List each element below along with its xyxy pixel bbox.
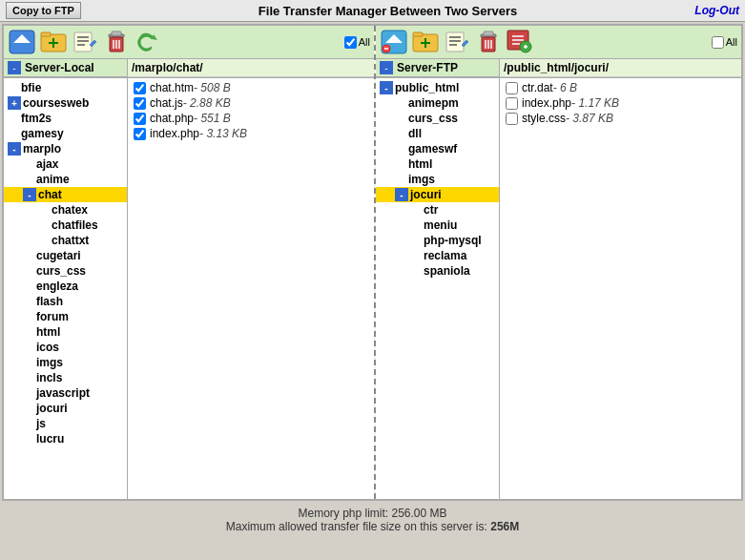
tree-item-label: cugetari	[36, 249, 81, 262]
tree-item-label: meniu	[424, 218, 457, 232]
left-refresh-icon[interactable]	[134, 29, 162, 55]
left-server-label-row: - Server-Local	[4, 59, 128, 77]
tree-item[interactable]: reclama	[376, 248, 499, 263]
tree-item[interactable]: curs_css	[4, 263, 127, 279]
file-checkbox[interactable]	[506, 97, 518, 110]
logout-link[interactable]: Log-Out	[694, 4, 739, 17]
tree-item[interactable]: animepm	[376, 95, 499, 111]
tree-item[interactable]: php-mysql	[376, 233, 499, 248]
file-checkbox[interactable]	[506, 82, 518, 94]
file-name: ctr.dat	[522, 81, 553, 94]
left-edit-icon[interactable]	[71, 29, 99, 55]
tree-item[interactable]: -marplo	[4, 141, 127, 156]
tree-item[interactable]: ajax	[4, 156, 127, 172]
tree-item[interactable]: gameswf	[376, 141, 499, 156]
left-delete-icon[interactable]	[102, 29, 131, 55]
tree-item[interactable]: html	[376, 156, 499, 172]
tree-item-label: bfie	[21, 81, 41, 94]
tree-item[interactable]: chatex	[4, 202, 127, 218]
tree-item[interactable]: gamesy	[4, 126, 127, 141]
tree-item[interactable]: -chat	[4, 187, 127, 202]
tree-item-label: marplo	[23, 142, 61, 156]
left-all-check[interactable]	[344, 36, 357, 49]
tree-item[interactable]: imgs	[4, 355, 127, 370]
tree-toggle[interactable]: -	[380, 81, 393, 94]
tree-item[interactable]: curs_css	[376, 111, 499, 126]
right-delete-icon[interactable]	[474, 29, 503, 55]
main-container: All - Server-Local /marplo/chat/ bfie+co…	[2, 24, 743, 501]
tree-item-label: ajax	[36, 157, 58, 171]
right-edit-icon[interactable]	[443, 29, 471, 55]
tree-item[interactable]: ctr	[376, 202, 499, 218]
right-tree-pane[interactable]: -public_htmlanimepmcurs_cssdllgameswfhtm…	[376, 78, 500, 499]
left-tree-pane[interactable]: bfie+courseswebftm2sgamesy-marploajaxani…	[4, 78, 128, 499]
file-checkbox[interactable]	[506, 113, 518, 125]
tree-item[interactable]: -public_html	[376, 80, 499, 95]
left-back-icon[interactable]	[8, 29, 36, 55]
tree-item[interactable]: jocuri	[4, 401, 127, 416]
tree-item[interactable]: +coursesweb	[4, 95, 127, 111]
right-panel: All - Server-FTP /public_html/jocuri/ -p…	[376, 26, 741, 499]
left-new-folder-icon[interactable]	[39, 29, 68, 55]
file-checkbox[interactable]	[134, 113, 146, 125]
tree-item[interactable]: meniu	[376, 218, 499, 233]
tree-item[interactable]: flash	[4, 294, 127, 309]
svg-rect-26	[446, 32, 464, 52]
right-refresh-icon[interactable]	[506, 29, 534, 55]
tree-toggle[interactable]: -	[23, 188, 36, 201]
tree-item-label: js	[36, 417, 46, 430]
tree-item-label: jocuri	[36, 402, 68, 415]
tree-item-label: chat	[38, 188, 62, 201]
file-name: index.php	[522, 96, 571, 110]
tree-item-label: chatfiles	[52, 218, 98, 232]
tree-item[interactable]: lucru	[4, 431, 127, 446]
tree-item[interactable]: dll	[376, 126, 499, 141]
file-checkbox[interactable]	[134, 82, 146, 94]
file-checkbox[interactable]	[134, 97, 146, 110]
status-line2-prefix: Maximum allowed transfer file size on th…	[226, 520, 490, 533]
file-item: index.php - 3.13 KB	[132, 126, 370, 141]
tree-item[interactable]: incls	[4, 370, 127, 385]
tree-item[interactable]: ftm2s	[4, 111, 127, 126]
right-all-checkbox[interactable]: All	[712, 36, 737, 49]
file-name: index.php	[150, 127, 199, 140]
right-new-folder-icon[interactable]	[411, 29, 440, 55]
tree-item[interactable]: cugetari	[4, 248, 127, 263]
tree-item[interactable]: javascript	[4, 385, 127, 401]
tree-toggle[interactable]: -	[8, 142, 21, 156]
right-files-pane: ctr.dat - 6 Bindex.php - 1.17 KBstyle.cs…	[500, 78, 741, 499]
left-server-minus[interactable]: -	[8, 61, 21, 74]
tree-item[interactable]: -jocuri	[376, 187, 499, 202]
page-title: File Transfer Manager Between Two Server…	[259, 4, 517, 18]
tree-item-label: animepm	[408, 96, 459, 110]
left-all-checkbox[interactable]: All	[344, 36, 370, 49]
tree-toggle[interactable]: +	[8, 96, 21, 110]
tree-item[interactable]: html	[4, 324, 127, 340]
left-path: /marplo/chat/	[132, 61, 203, 74]
right-server-minus[interactable]: -	[380, 61, 393, 74]
tree-toggle[interactable]: -	[395, 188, 408, 201]
tree-item-label: chattxt	[52, 234, 89, 247]
left-panel: All - Server-Local /marplo/chat/ bfie+co…	[4, 26, 376, 499]
tree-item[interactable]: icos	[4, 340, 127, 355]
tree-item[interactable]: engleza	[4, 279, 127, 294]
file-checkbox[interactable]	[134, 128, 146, 140]
left-path-header: /marplo/chat/	[128, 59, 374, 77]
file-item: chat.js - 2.88 KB	[132, 95, 370, 111]
tree-item[interactable]: js	[4, 416, 127, 431]
tree-item[interactable]: spaniola	[376, 263, 499, 279]
tree-item-label: public_html	[395, 81, 459, 94]
right-back-icon[interactable]	[380, 29, 408, 55]
tree-item[interactable]: anime	[4, 172, 127, 187]
file-name: chat.htm	[150, 81, 194, 94]
left-toolbar: All	[4, 26, 374, 59]
copy-to-ftp-button[interactable]: Copy to FTP	[6, 2, 81, 19]
tree-item[interactable]: forum	[4, 309, 127, 324]
tree-item[interactable]: chattxt	[4, 233, 127, 248]
tree-item[interactable]: imgs	[376, 172, 499, 187]
tree-item[interactable]: chatfiles	[4, 218, 127, 233]
tree-item-label: curs_css	[408, 112, 458, 125]
file-name: chat.js	[150, 96, 183, 110]
tree-item[interactable]: bfie	[4, 80, 127, 95]
right-all-check[interactable]	[712, 36, 724, 49]
